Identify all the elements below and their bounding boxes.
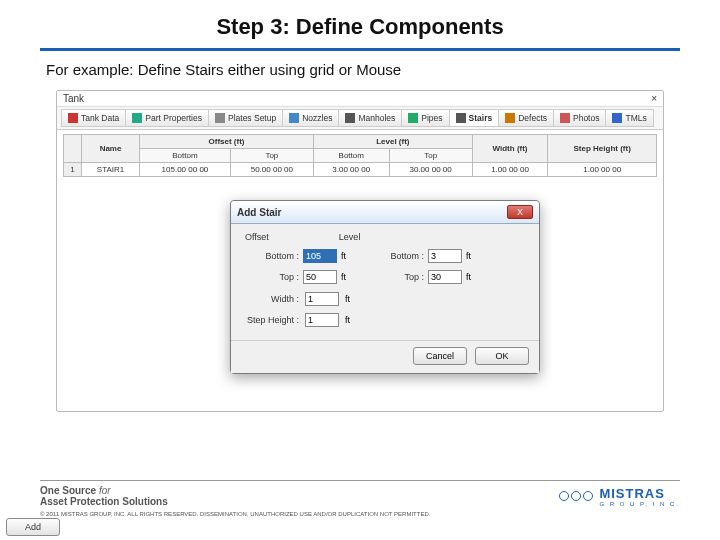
tab-label: Manholes	[358, 113, 395, 123]
col-step: Step Height (ft)	[548, 135, 657, 163]
sub-level-top: Top	[389, 149, 472, 163]
unit-ft: ft	[466, 272, 471, 282]
instruction-text: For example: Define Stairs either using …	[0, 61, 720, 86]
unit-ft: ft	[341, 251, 346, 261]
tab-toolbar: Tank DataPart PropertiesPlates SetupNozz…	[57, 107, 663, 130]
brand-name: MISTRAS	[599, 486, 680, 501]
label-level-bottom: Bottom :	[366, 251, 424, 261]
tab-label: Photos	[573, 113, 599, 123]
footer: One Source for Asset Protection Solution…	[0, 476, 720, 540]
logo-icon	[559, 491, 593, 501]
input-step-height[interactable]	[305, 313, 339, 327]
unit-ft: ft	[466, 251, 471, 261]
col-rownum	[64, 135, 82, 163]
tab-icon	[68, 113, 78, 123]
tab-stairs[interactable]: Stairs	[449, 109, 500, 127]
input-offset-top[interactable]	[303, 270, 337, 284]
cell-off-bottom[interactable]: 105.00 00 00	[140, 163, 231, 177]
add-stair-dialog: Add Stair X Offset Level Bottom : ft Bot…	[230, 200, 540, 374]
label-width: Width :	[241, 294, 299, 304]
tab-label: Pipes	[421, 113, 442, 123]
tab-manholes[interactable]: Manholes	[338, 109, 402, 127]
ok-button[interactable]: OK	[475, 347, 529, 365]
dialog-titlebar[interactable]: Add Stair X	[231, 201, 539, 224]
window-titlebar: Tank ×	[57, 91, 663, 107]
table-row[interactable]: 1 STAIR1 105.00 00 00 50.00 00 00 3.00 0…	[64, 163, 657, 177]
col-name: Name	[82, 135, 140, 163]
tab-label: Defects	[518, 113, 547, 123]
label-step-height: Step Height :	[241, 315, 299, 325]
label-offset-top: Top :	[241, 272, 299, 282]
tab-icon	[289, 113, 299, 123]
title-underline	[40, 48, 680, 51]
cell-rownum: 1	[64, 163, 82, 177]
unit-ft: ft	[345, 315, 350, 325]
input-level-bottom[interactable]	[428, 249, 462, 263]
col-width: Width (ft)	[472, 135, 548, 163]
tab-icon	[132, 113, 142, 123]
tab-icon	[560, 113, 570, 123]
window-close-icon[interactable]: ×	[651, 93, 657, 104]
stairs-grid[interactable]: Name Offset (ft) Level (ft) Width (ft) S…	[63, 134, 657, 177]
tab-label: Part Properties	[145, 113, 202, 123]
tab-icon	[612, 113, 622, 123]
tab-icon	[505, 113, 515, 123]
input-width[interactable]	[305, 292, 339, 306]
tab-icon	[215, 113, 225, 123]
tab-nozzles[interactable]: Nozzles	[282, 109, 339, 127]
cell-lvl-bottom[interactable]: 3.00 00 00	[313, 163, 389, 177]
cell-width[interactable]: 1.00 00 00	[472, 163, 548, 177]
section-level-label: Level	[339, 232, 361, 242]
tab-icon	[345, 113, 355, 123]
sub-offset-bottom: Bottom	[140, 149, 231, 163]
brand-sub: G R O U P, I N C.	[599, 501, 680, 507]
cancel-button[interactable]: Cancel	[413, 347, 467, 365]
input-offset-bottom[interactable]	[303, 249, 337, 263]
tab-pipes[interactable]: Pipes	[401, 109, 449, 127]
tab-icon	[456, 113, 466, 123]
tab-label: Nozzles	[302, 113, 332, 123]
cell-step[interactable]: 1.00 00 00	[548, 163, 657, 177]
tab-plates-setup[interactable]: Plates Setup	[208, 109, 283, 127]
tab-part-properties[interactable]: Part Properties	[125, 109, 209, 127]
mistras-logo: MISTRAS G R O U P, I N C.	[559, 486, 680, 507]
tab-photos[interactable]: Photos	[553, 109, 606, 127]
tab-label: Plates Setup	[228, 113, 276, 123]
label-level-top: Top :	[366, 272, 424, 282]
tab-tank-data[interactable]: Tank Data	[61, 109, 126, 127]
sub-level-bottom: Bottom	[313, 149, 389, 163]
footer-divider	[40, 480, 680, 481]
tagline: One Source for Asset Protection Solution…	[40, 485, 168, 507]
input-level-top[interactable]	[428, 270, 462, 284]
section-offset-label: Offset	[245, 232, 269, 242]
dialog-title: Add Stair	[237, 207, 281, 218]
tab-tmls[interactable]: TMLs	[605, 109, 653, 127]
unit-ft: ft	[345, 294, 350, 304]
tab-label: Tank Data	[81, 113, 119, 123]
copyright-text: © 2011 MISTRAS GROUP, INC. ALL RIGHTS RE…	[40, 511, 680, 518]
cell-name[interactable]: STAIR1	[82, 163, 140, 177]
sub-offset-top: Top	[230, 149, 313, 163]
col-level: Level (ft)	[313, 135, 472, 149]
tab-defects[interactable]: Defects	[498, 109, 554, 127]
col-offset: Offset (ft)	[140, 135, 314, 149]
unit-ft: ft	[341, 272, 346, 282]
tab-label: TMLs	[625, 113, 646, 123]
slide-title: Step 3: Define Components	[0, 0, 720, 48]
label-offset-bottom: Bottom :	[241, 251, 299, 261]
tab-icon	[408, 113, 418, 123]
cell-off-top[interactable]: 50.00 00 00	[230, 163, 313, 177]
cell-lvl-top[interactable]: 30.00 00 00	[389, 163, 472, 177]
grid-area: Name Offset (ft) Level (ft) Width (ft) S…	[57, 130, 663, 181]
tab-label: Stairs	[469, 113, 493, 123]
dialog-close-button[interactable]: X	[507, 205, 533, 219]
window-title: Tank	[63, 93, 84, 104]
